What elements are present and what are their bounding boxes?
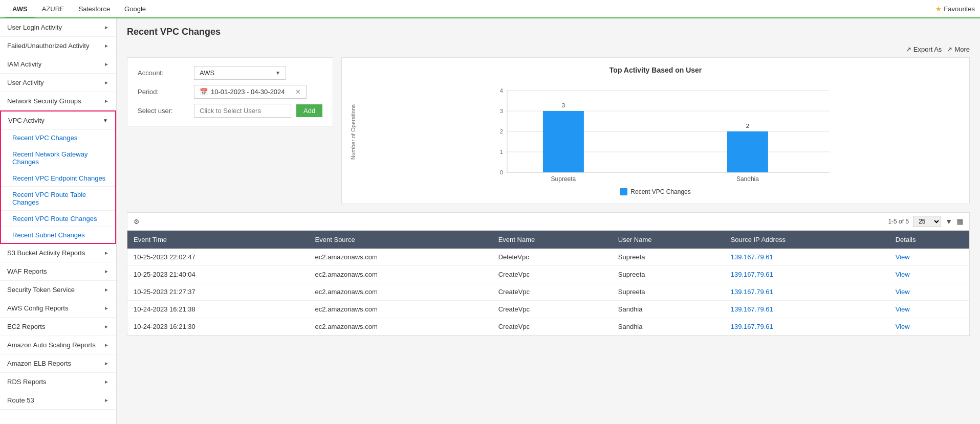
cell-user-name: Supreeta <box>612 283 725 301</box>
bar-sandhia[interactable] <box>727 131 768 172</box>
bar-chart: 0 1 2 3 4 3 <box>360 80 961 183</box>
col-event-source: Event Source <box>309 231 492 249</box>
sidebar-item-ec2-reports[interactable]: EC2 Reports ► <box>0 318 116 336</box>
bar-supreeta[interactable] <box>543 111 584 172</box>
columns-icon[interactable]: ▦ <box>956 217 963 226</box>
col-user-name: User Name <box>612 231 725 249</box>
account-select[interactable]: AWS ▼ <box>194 66 286 80</box>
svg-text:Sandhia: Sandhia <box>736 175 759 183</box>
cell-event-source: ec2.amazonaws.com <box>309 301 492 318</box>
favourites-button[interactable]: ★ Favourites <box>935 5 975 13</box>
table-section: ⚙ 1-5 of 5 25 50 100 ▼ ▦ Event Time Even… <box>127 212 970 336</box>
chart-section: Top Activity Based on User Number of Ope… <box>341 57 970 204</box>
col-event-name: Event Name <box>492 231 612 249</box>
sidebar-item-amazon-auto-scaling[interactable]: Amazon Auto Scaling Reports ► <box>0 336 116 354</box>
sidebar-subitem-recent-network-gateway-changes[interactable]: Recent Network Gateway Changes <box>1 146 115 170</box>
cell-event-name: CreateVpc <box>492 301 612 318</box>
period-date-input[interactable]: 📅 10-01-2023 - 04-30-2024 ✕ <box>194 85 307 99</box>
main-content: Recent VPC Changes ↗ Export As ↗ More Ac… <box>117 18 980 424</box>
chart-container: 0 1 2 3 4 3 <box>360 80 961 184</box>
cell-details[interactable]: View <box>889 318 969 336</box>
sidebar-item-network-security-groups[interactable]: Network Security Groups ► <box>0 92 116 110</box>
sidebar-subitem-recent-vpc-route-table-changes[interactable]: Recent VPC Route Table Changes <box>1 186 115 210</box>
chevron-right-icon: ► <box>104 250 109 256</box>
select-user-filter-row: Select user: Add <box>138 104 322 118</box>
page-size-select[interactable]: 25 50 100 <box>913 216 941 227</box>
cell-event-name: CreateVpc <box>492 266 612 283</box>
filter-icon[interactable]: ▼ <box>945 217 952 226</box>
settings-icon[interactable]: ⚙ <box>134 218 140 226</box>
sidebar-item-user-login-activity[interactable]: User Login Activity ► <box>0 18 116 37</box>
cell-user-name: Supreeta <box>612 266 725 283</box>
chevron-right-icon: ► <box>104 61 109 67</box>
cell-event-source: ec2.amazonaws.com <box>309 249 492 266</box>
sidebar-subitem-recent-subnet-changes[interactable]: Recent Subnet Changes <box>1 227 115 243</box>
more-button[interactable]: ↗ More <box>947 46 970 53</box>
sidebar-item-aws-config-reports[interactable]: AWS Config Reports ► <box>0 299 116 318</box>
svg-text:3: 3 <box>562 102 565 108</box>
sidebar-subitem-recent-vpc-changes[interactable]: Recent VPC Changes <box>1 129 115 146</box>
cell-details[interactable]: View <box>889 249 969 266</box>
cell-source-ip[interactable]: 139.167.79.61 <box>725 283 889 301</box>
sidebar-subitem-recent-vpc-endpoint-changes[interactable]: Recent VPC Endpoint Changes <box>1 170 115 186</box>
sidebar: User Login Activity ► Failed/Unauthorize… <box>0 18 117 424</box>
chevron-down-icon: ▼ <box>103 118 108 123</box>
sidebar-item-failed-unauthorized[interactable]: Failed/Unauthorized Activity ► <box>0 37 116 55</box>
user-select-input[interactable] <box>194 104 291 118</box>
table-body: 10-25-2023 22:02:47 ec2.amazonaws.com De… <box>127 249 969 336</box>
sidebar-item-security-token-service[interactable]: Security Token Service ► <box>0 281 116 299</box>
cell-details[interactable]: View <box>889 301 969 318</box>
sidebar-subitem-recent-vpc-route-changes[interactable]: Recent VPC Route Changes <box>1 210 115 227</box>
clear-date-icon[interactable]: ✕ <box>295 88 301 96</box>
tab-azure[interactable]: AZURE <box>35 1 72 18</box>
sidebar-item-user-activity[interactable]: User Activity ► <box>0 74 116 92</box>
sidebar-item-s3-bucket[interactable]: S3 Bucket Activity Reports ► <box>0 244 116 262</box>
table-row: 10-24-2023 16:21:38 ec2.amazonaws.com Cr… <box>127 301 969 318</box>
sidebar-item-amazon-elb-reports[interactable]: Amazon ELB Reports ► <box>0 354 116 373</box>
chevron-right-icon: ► <box>104 305 109 311</box>
cell-event-name: CreateVpc <box>492 318 612 336</box>
cell-source-ip[interactable]: 139.167.79.61 <box>725 266 889 283</box>
svg-text:3: 3 <box>500 108 503 114</box>
chevron-right-icon: ► <box>104 342 109 348</box>
chevron-right-icon: ► <box>104 379 109 385</box>
cell-details[interactable]: View <box>889 266 969 283</box>
cell-event-time: 10-25-2023 21:27:37 <box>127 283 309 301</box>
cell-source-ip[interactable]: 139.167.79.61 <box>725 318 889 336</box>
y-axis-label: Number of Operations <box>350 104 356 160</box>
dropdown-arrow-icon: ▼ <box>275 70 280 76</box>
sidebar-item-waf-reports[interactable]: WAF Reports ► <box>0 262 116 281</box>
col-source-ip: Source IP Address <box>725 231 889 249</box>
tab-google[interactable]: Google <box>117 1 153 18</box>
chevron-right-icon: ► <box>104 397 109 403</box>
sidebar-item-rds-reports[interactable]: RDS Reports ► <box>0 373 116 391</box>
calendar-icon: 📅 <box>200 88 208 96</box>
tab-aws[interactable]: AWS <box>5 1 35 18</box>
cell-source-ip[interactable]: 139.167.79.61 <box>725 249 889 266</box>
cell-user-name: Sandhia <box>612 301 725 318</box>
cell-source-ip[interactable]: 139.167.79.61 <box>725 301 889 318</box>
export-icon: ↗ <box>906 46 911 53</box>
sidebar-item-iam-activity[interactable]: IAM Activity ► <box>0 55 116 74</box>
table-toolbar: ⚙ 1-5 of 5 25 50 100 ▼ ▦ <box>127 213 969 231</box>
col-event-time: Event Time <box>127 231 309 249</box>
chevron-right-icon: ► <box>104 98 109 104</box>
chevron-right-icon: ► <box>104 80 109 85</box>
tab-salesforce[interactable]: Salesforce <box>72 1 117 18</box>
table-row: 10-24-2023 16:21:30 ec2.amazonaws.com Cr… <box>127 318 969 336</box>
chart-legend: Recent VPC Changes <box>350 188 961 195</box>
cell-event-source: ec2.amazonaws.com <box>309 318 492 336</box>
table-row: 10-25-2023 21:40:04 ec2.amazonaws.com Cr… <box>127 266 969 283</box>
export-as-button[interactable]: ↗ Export As <box>906 46 942 53</box>
col-details: Details <box>889 231 969 249</box>
chevron-right-icon: ► <box>104 361 109 366</box>
cell-user-name: Sandhia <box>612 318 725 336</box>
sidebar-item-vpc-activity[interactable]: VPC Activity ▼ <box>1 111 115 129</box>
cell-details[interactable]: View <box>889 283 969 301</box>
sidebar-item-route-53[interactable]: Route 53 ► <box>0 391 116 410</box>
cell-event-name: DeleteVpc <box>492 249 612 266</box>
cell-event-source: ec2.amazonaws.com <box>309 283 492 301</box>
svg-text:Supreeta: Supreeta <box>551 175 576 183</box>
period-filter-row: Period: 📅 10-01-2023 - 04-30-2024 ✕ <box>138 85 322 99</box>
add-user-button[interactable]: Add <box>296 104 322 117</box>
